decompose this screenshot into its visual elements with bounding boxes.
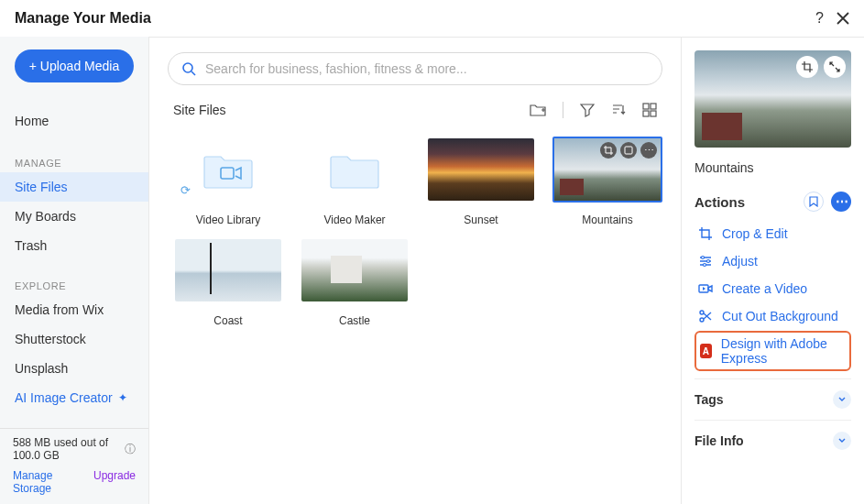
sidebar-item-trash[interactable]: Trash xyxy=(0,231,148,260)
more-actions-button[interactable]: ⋯ xyxy=(831,192,851,212)
accordion-tags[interactable]: Tags xyxy=(694,378,851,420)
sidebar-home[interactable]: Home xyxy=(0,106,148,136)
folder-thumb xyxy=(301,138,408,201)
location-label: Site Files xyxy=(173,103,226,117)
image-item[interactable]: Coast xyxy=(173,239,283,327)
action-label: Create a Video xyxy=(722,281,807,296)
more-chip-icon[interactable]: ⋯ xyxy=(640,142,657,159)
folder-item[interactable]: Video Maker xyxy=(300,138,410,226)
sort-icon[interactable] xyxy=(611,103,626,117)
sidebar: + Upload Media Home MANAGE Site Files My… xyxy=(0,37,148,504)
accordion-file-info[interactable]: File Info xyxy=(694,420,851,461)
preview-chip-icon[interactable] xyxy=(620,142,637,159)
sidebar-item-media-from-wix[interactable]: Media from Wix xyxy=(0,295,148,324)
crop-icon[interactable] xyxy=(796,56,818,78)
scissors-icon xyxy=(698,309,713,323)
svg-point-12 xyxy=(700,318,704,322)
image-item-selected[interactable]: ⋯ Mountains xyxy=(552,138,662,226)
item-label: Sunset xyxy=(464,214,498,226)
upload-media-button[interactable]: + Upload Media xyxy=(15,49,134,82)
accordion-label: File Info xyxy=(694,433,744,448)
storage-row: 588 MB used out of 100.0 GB ⓘ xyxy=(0,429,148,466)
image-item[interactable]: Sunset xyxy=(426,138,536,226)
accordion-label: Tags xyxy=(694,392,724,407)
sidebar-item-unsplash[interactable]: Unsplash xyxy=(0,354,148,383)
item-label: Video Maker xyxy=(323,214,385,226)
image-thumb xyxy=(175,239,281,301)
sidebar-item-shutterstock[interactable]: Shutterstock xyxy=(0,324,148,354)
details-panel: Mountains Actions ⋯ Crop & Edit xyxy=(681,38,864,504)
image-thumb: ⋯ xyxy=(552,137,662,203)
action-cut-background[interactable]: Cut Out Background xyxy=(694,303,851,329)
sidebar-item-my-boards[interactable]: My Boards xyxy=(0,202,148,231)
action-adjust[interactable]: Adjust xyxy=(694,248,851,274)
adobe-icon: A xyxy=(700,344,712,358)
preview-image xyxy=(694,50,851,148)
svg-rect-4 xyxy=(651,111,656,116)
image-thumb xyxy=(301,239,408,301)
sidebar-section-manage: MANAGE xyxy=(0,148,148,172)
svg-point-0 xyxy=(183,63,192,72)
actions-title: Actions xyxy=(694,194,745,210)
crop-edit-icon xyxy=(698,226,713,241)
search-icon xyxy=(181,61,196,76)
svg-point-11 xyxy=(700,311,704,314)
folder-thumb: ⟳ xyxy=(175,138,281,201)
adjust-icon xyxy=(698,254,713,268)
sidebar-section-explore: EXPLORE xyxy=(0,271,148,295)
chevron-down-icon xyxy=(833,390,851,409)
file-name: Mountains xyxy=(694,160,851,175)
share-icon: ⟳ xyxy=(180,183,191,197)
manage-storage-link[interactable]: Manage Storage xyxy=(13,469,93,495)
action-crop-edit[interactable]: Crop & Edit xyxy=(694,221,851,247)
expand-icon[interactable] xyxy=(824,56,846,78)
image-item[interactable]: Castle xyxy=(300,239,410,327)
help-icon[interactable]: ? xyxy=(815,10,824,27)
bookmark-button[interactable] xyxy=(804,192,824,212)
svg-point-8 xyxy=(707,260,710,263)
image-thumb xyxy=(428,138,534,201)
page-title: Manage Your Media xyxy=(15,10,151,27)
sidebar-item-site-files[interactable]: Site Files xyxy=(0,172,148,202)
item-label: Mountains xyxy=(582,214,632,226)
video-icon xyxy=(698,281,713,296)
svg-rect-6 xyxy=(625,147,632,154)
action-label: Crop & Edit xyxy=(722,226,788,241)
svg-rect-1 xyxy=(643,104,649,109)
svg-point-7 xyxy=(702,257,705,259)
storage-text: 588 MB used out of 100.0 GB xyxy=(13,436,121,462)
filter-icon[interactable] xyxy=(580,103,595,117)
svg-point-9 xyxy=(704,264,706,267)
crop-chip-icon[interactable] xyxy=(600,142,617,159)
chevron-down-icon xyxy=(833,432,851,450)
info-icon[interactable]: ⓘ xyxy=(125,442,136,457)
action-label: Adjust xyxy=(722,254,758,268)
sparkle-icon: ✦ xyxy=(118,391,127,404)
close-icon[interactable] xyxy=(837,12,849,25)
upgrade-link[interactable]: Upgrade xyxy=(93,469,136,495)
item-label: Video Library xyxy=(196,214,261,226)
action-create-video[interactable]: Create a Video xyxy=(694,276,851,301)
search-input[interactable] xyxy=(203,60,649,77)
action-label: Design with Adobe Express xyxy=(721,336,846,366)
svg-rect-3 xyxy=(643,111,649,116)
add-folder-icon[interactable] xyxy=(530,103,546,117)
item-label: Coast xyxy=(213,314,242,327)
action-label: Cut Out Background xyxy=(722,309,838,323)
action-adobe-express[interactable]: A Design with Adobe Express xyxy=(694,331,851,371)
view-grid-icon[interactable] xyxy=(642,103,657,117)
svg-rect-2 xyxy=(651,104,656,109)
folder-item[interactable]: ⟳ Video Library xyxy=(173,138,283,226)
item-label: Castle xyxy=(339,314,370,327)
search-box[interactable] xyxy=(168,52,662,85)
sidebar-item-label: AI Image Creator xyxy=(15,390,113,405)
sidebar-item-ai-image-creator[interactable]: AI Image Creator ✦ xyxy=(0,383,148,412)
